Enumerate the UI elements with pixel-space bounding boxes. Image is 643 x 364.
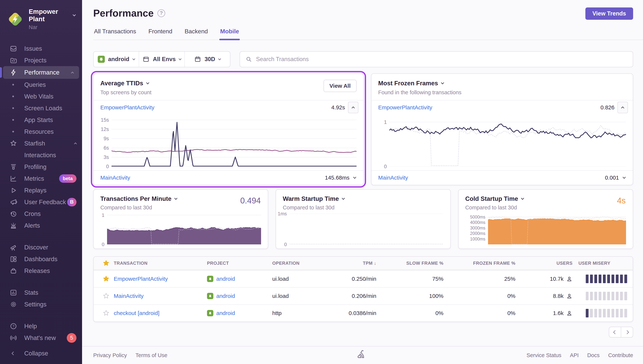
chevron-up-icon xyxy=(74,142,77,146)
sidebar-item-whats-new[interactable]: What's new 5 xyxy=(0,332,82,344)
transaction-link[interactable]: EmpowerPlantActivity xyxy=(100,104,154,111)
sidebar-item-app-starts[interactable]: App Starts xyxy=(0,114,82,126)
sidebar-item-starfish[interactable]: Starfish xyxy=(0,138,82,149)
column-header-frozen-frame[interactable]: Frozen Frame % xyxy=(443,260,515,266)
transaction-link[interactable]: checkout [android] xyxy=(114,310,207,316)
project-link[interactable]: android xyxy=(216,276,235,282)
sidebar-item-alerts[interactable]: Alerts xyxy=(0,220,82,231)
user-icon xyxy=(566,276,572,282)
sidebar-item-collapse[interactable]: Collapse xyxy=(0,348,82,359)
sidebar-item-help[interactable]: ? Help xyxy=(0,320,82,332)
siren-icon xyxy=(10,222,17,229)
sidebar-item-label: What's new xyxy=(24,334,56,342)
next-page-button[interactable] xyxy=(621,327,633,338)
sidebar-item-queries[interactable]: Queries xyxy=(0,79,82,90)
sidebar-item-releases[interactable]: Releases xyxy=(0,265,82,277)
transaction-link[interactable]: EmpowerPlantActivity xyxy=(114,276,207,282)
sidebar: Empower Plant Nar Issues Projects Perfor… xyxy=(0,0,82,364)
sidebar-item-profiling[interactable]: Profiling xyxy=(0,161,82,173)
column-header-users[interactable]: Users xyxy=(515,260,572,266)
sidebar-item-replays[interactable]: Replays xyxy=(0,184,82,196)
table-row: checkout [android] android http 0.0386/m… xyxy=(94,304,633,322)
environment-filter-value: All Envs xyxy=(153,56,176,62)
collapse-row-button[interactable] xyxy=(348,102,359,113)
sidebar-item-resources[interactable]: Resources xyxy=(0,126,82,138)
star-toggle[interactable] xyxy=(99,275,114,282)
transaction-link[interactable]: MainActivity xyxy=(114,293,207,299)
tab-bar: All Transactions Frontend Backend Mobile xyxy=(93,28,643,40)
view-all-button[interactable]: View All xyxy=(324,80,357,92)
window-icon xyxy=(142,56,150,63)
transaction-link[interactable]: EmpowerPlantActivity xyxy=(378,104,432,111)
sidebar-item-web-vitals[interactable]: Web Vitals xyxy=(0,90,82,102)
ttid-chart-plot[interactable] xyxy=(112,117,357,166)
tab-frontend[interactable]: Frontend xyxy=(148,28,173,40)
tpm-card: Transactions Per Minute 0.494 Compared t… xyxy=(93,189,268,249)
cold-startup-chart: 5000ms4000ms3000ms2000ms1000ms xyxy=(459,214,633,244)
column-header-user-misery[interactable]: User Misery xyxy=(572,260,633,266)
privacy-policy-link[interactable]: Privacy Policy xyxy=(93,352,127,358)
warm-startup-title[interactable]: Warm Startup Time xyxy=(276,195,450,202)
chevron-down-icon xyxy=(73,13,76,16)
android-icon xyxy=(98,56,105,63)
date-range-filter[interactable]: 30D xyxy=(184,52,230,67)
column-header-tpm[interactable]: TPM ↓ xyxy=(323,260,376,266)
sidebar-item-settings[interactable]: Settings xyxy=(0,298,82,310)
star-toggle[interactable] xyxy=(99,310,114,317)
service-status-link[interactable]: Service Status xyxy=(526,352,561,358)
project-link[interactable]: android xyxy=(216,310,235,316)
avg-ttids-title[interactable]: Average TTIDs xyxy=(100,80,151,87)
sidebar-item-user-feedback[interactable]: User Feedback B xyxy=(0,196,82,208)
terms-of-use-link[interactable]: Terms of Use xyxy=(136,352,167,358)
sidebar-item-performance[interactable]: Performance xyxy=(3,66,79,79)
search-icon xyxy=(246,56,252,62)
sidebar-item-metrics[interactable]: Metrics beta xyxy=(0,173,82,184)
sidebar-item-issues[interactable]: Issues xyxy=(0,43,82,54)
collapse-row-button[interactable] xyxy=(617,102,628,113)
contribute-link[interactable]: Contribute xyxy=(608,352,633,358)
sidebar-item-projects[interactable]: Projects xyxy=(0,54,82,66)
sidebar-item-label: Issues xyxy=(24,45,42,52)
environment-filter[interactable]: All Envs xyxy=(139,52,184,67)
expand-row-button[interactable] xyxy=(623,176,626,179)
view-trends-button[interactable]: View Trends xyxy=(585,8,633,20)
api-link[interactable]: API xyxy=(570,352,579,358)
sidebar-item-dashboards[interactable]: Dashboards xyxy=(0,253,82,265)
column-header-transaction[interactable]: Transaction xyxy=(114,260,207,266)
tab-mobile[interactable]: Mobile xyxy=(219,28,240,40)
column-header-project[interactable]: Project xyxy=(207,260,272,266)
star-column-header xyxy=(99,260,114,267)
sidebar-item-interactions[interactable]: Interactions xyxy=(0,149,82,161)
project-filter[interactable]: android xyxy=(94,52,139,67)
expand-row-button[interactable] xyxy=(353,176,356,179)
cold-chart-plot[interactable] xyxy=(488,214,626,244)
prev-page-button[interactable] xyxy=(609,327,621,338)
project-link[interactable]: android xyxy=(216,293,235,299)
transaction-link[interactable]: MainActivity xyxy=(100,174,130,181)
stats-icon xyxy=(10,289,17,296)
transaction-link[interactable]: MainActivity xyxy=(378,174,408,181)
frozen-chart: 10 xyxy=(372,114,633,170)
docs-link[interactable]: Docs xyxy=(587,352,599,358)
cold-startup-title[interactable]: Cold Startup Time xyxy=(459,195,633,202)
sidebar-item-label: Interactions xyxy=(24,152,56,159)
sidebar-item-discover[interactable]: Discover xyxy=(0,242,82,253)
tpm-chart-plot[interactable] xyxy=(107,214,261,244)
sidebar-item-crons[interactable]: Crons xyxy=(0,208,82,220)
sidebar-item-stats[interactable]: Stats xyxy=(0,287,82,298)
tab-all-transactions[interactable]: All Transactions xyxy=(93,28,137,40)
sidebar-item-label: Releases xyxy=(24,267,50,274)
help-icon[interactable]: ? xyxy=(157,9,165,17)
column-header-slow-frame[interactable]: Slow Frame % xyxy=(376,260,443,266)
warm-chart-plot[interactable] xyxy=(289,214,443,244)
org-switcher[interactable]: Empower Plant Nar xyxy=(0,8,82,30)
user-icon xyxy=(566,310,572,316)
sidebar-item-screen-loads[interactable]: Screen Loads xyxy=(0,102,82,114)
column-header-operation[interactable]: Operation xyxy=(272,260,323,266)
frozen-frames-title[interactable]: Most Frozen Frames xyxy=(378,80,462,87)
search-input[interactable] xyxy=(256,56,627,62)
sidebar-nav: Issues Projects Performance Queries Web … xyxy=(0,43,82,359)
tab-backend[interactable]: Backend xyxy=(184,28,209,40)
frozen-chart-plot[interactable] xyxy=(389,117,626,166)
star-toggle[interactable] xyxy=(99,292,114,300)
